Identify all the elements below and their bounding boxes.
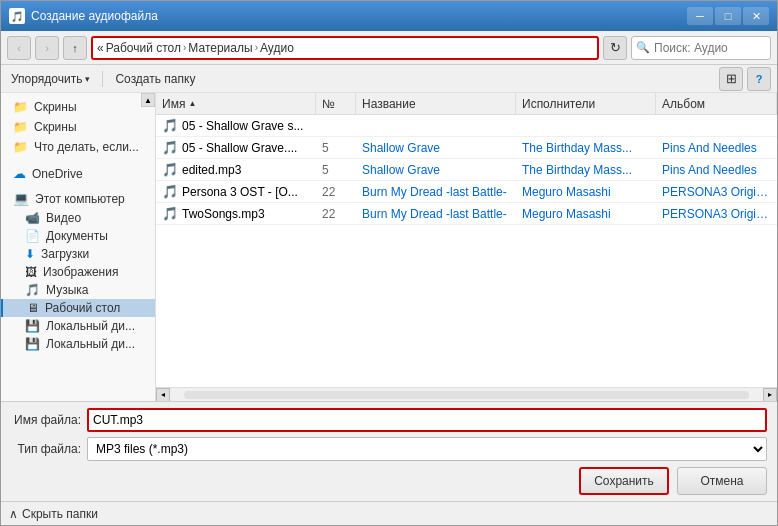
file-title-cell: Burn My Dread -last Battle- — [356, 185, 516, 199]
col-num-header[interactable]: № — [316, 93, 356, 114]
save-button[interactable]: Сохранить — [579, 467, 669, 495]
sidebar-item-local2[interactable]: 💾 Локальный ди... — [1, 335, 155, 353]
sidebar-item-folder2[interactable]: 📁 Скрины — [1, 117, 155, 137]
col-artist-header[interactable]: Исполнители — [516, 93, 656, 114]
sidebar: ▲ 📁 Скрины 📁 Скрины 📁 Что делать, если..… — [1, 93, 156, 401]
col-num-label: № — [322, 97, 335, 111]
dialog-buttons: Сохранить Отмена — [11, 467, 767, 495]
sidebar-item-onedrive[interactable]: ☁ OneDrive — [1, 163, 155, 184]
col-name-header[interactable]: Имя ▲ — [156, 93, 316, 114]
help-button[interactable]: ? — [747, 67, 771, 91]
folder-icon: 📁 — [13, 100, 28, 114]
file-list-header: Имя ▲ № Название Исполнители Альбом — [156, 93, 777, 115]
toolbar-separator — [102, 71, 103, 87]
sidebar-item-folder3[interactable]: 📁 Что делать, если... — [1, 137, 155, 157]
file-rows: 🎵 05 - Shallow Grave s... 🎵 05 - Shallow… — [156, 115, 777, 387]
desktop-icon: 🖥 — [27, 301, 39, 315]
sidebar-item-label: Видео — [46, 211, 81, 225]
scroll-left-button[interactable]: ◂ — [156, 388, 170, 402]
dialog-window: 🎵 Создание аудиофайла ─ □ ✕ ‹ › ↑ « Рабо… — [0, 0, 778, 526]
col-title-header[interactable]: Название — [356, 93, 516, 114]
minimize-button[interactable]: ─ — [687, 7, 713, 25]
chevron-up-icon: ∧ — [9, 507, 18, 521]
file-num-cell: 22 — [316, 185, 356, 199]
breadcrumb-part1: Рабочий стол — [106, 41, 181, 55]
window-title: Создание аудиофайла — [31, 9, 158, 23]
organize-chevron-icon: ▾ — [85, 74, 90, 84]
scroll-right-button[interactable]: ▸ — [763, 388, 777, 402]
file-title-cell: Burn My Dread -last Battle- — [356, 207, 516, 221]
file-artist-cell: The Birthday Mass... — [516, 163, 656, 177]
filetype-label: Тип файла: — [11, 442, 81, 456]
window-controls: ─ □ ✕ — [687, 7, 769, 25]
up-button[interactable]: ↑ — [63, 36, 87, 60]
new-folder-button[interactable]: Создать папку — [111, 70, 199, 88]
table-row[interactable]: 🎵 05 - Shallow Grave s... — [156, 115, 777, 137]
sidebar-item-label: Музыка — [46, 283, 88, 297]
col-name-label: Имя — [162, 97, 185, 111]
sidebar-item-images[interactable]: 🖼 Изображения — [1, 263, 155, 281]
view-button[interactable]: ⊞ — [719, 67, 743, 91]
address-bar[interactable]: « Рабочий стол › Материалы › Аудио — [91, 36, 599, 60]
video-icon: 📹 — [25, 211, 40, 225]
breadcrumb-arrow2: › — [255, 42, 258, 53]
breadcrumb-part3: Аудио — [260, 41, 294, 55]
file-icon: 🎵 — [162, 118, 178, 133]
search-box[interactable]: 🔍 — [631, 36, 771, 60]
refresh-button[interactable]: ↻ — [603, 36, 627, 60]
sidebar-item-label: Локальный ди... — [46, 319, 135, 333]
computer-icon: 💻 — [13, 191, 29, 206]
breadcrumb: « Рабочий стол › Материалы › Аудио — [97, 41, 294, 55]
cancel-button[interactable]: Отмена — [677, 467, 767, 495]
sidebar-item-music[interactable]: 🎵 Музыка — [1, 281, 155, 299]
table-row[interactable]: 🎵 Persona 3 OST - [O... 22 Burn My Dread… — [156, 181, 777, 203]
sidebar-item-desktop[interactable]: 🖥 Рабочий стол — [1, 299, 155, 317]
sidebar-item-local1[interactable]: 💾 Локальный ди... — [1, 317, 155, 335]
horizontal-scrollbar[interactable]: ◂ ▸ — [156, 387, 777, 401]
scroll-track — [184, 391, 749, 399]
file-title-cell: Shallow Grave — [356, 141, 516, 155]
sidebar-item-video[interactable]: 📹 Видео — [1, 209, 155, 227]
downloads-icon: ⬇ — [25, 247, 35, 261]
col-artist-label: Исполнители — [522, 97, 595, 111]
filename-row: Имя файла: — [11, 408, 767, 432]
file-title-cell: Shallow Grave — [356, 163, 516, 177]
sidebar-item-label: Локальный ди... — [46, 337, 135, 351]
sidebar-item-docs[interactable]: 📄 Документы — [1, 227, 155, 245]
new-folder-label: Создать папку — [115, 72, 195, 86]
sidebar-item-downloads[interactable]: ⬇ Загрузки — [1, 245, 155, 263]
table-row[interactable]: 🎵 05 - Shallow Grave.... 5 Shallow Grave… — [156, 137, 777, 159]
filetype-select[interactable]: MP3 files (*.mp3) — [87, 437, 767, 461]
close-button[interactable]: ✕ — [743, 7, 769, 25]
forward-button[interactable]: › — [35, 36, 59, 60]
search-input[interactable] — [654, 41, 766, 55]
file-list-container: Имя ▲ № Название Исполнители Альбом — [156, 93, 777, 401]
filename-input[interactable] — [87, 408, 767, 432]
folder-icon: 📁 — [13, 140, 28, 154]
sidebar-scroll-up[interactable]: ▲ — [141, 93, 155, 107]
music-icon: 🎵 — [25, 283, 40, 297]
sidebar-item-folder1[interactable]: 📁 Скрины — [1, 97, 155, 117]
file-album-cell: Pins And Needles — [656, 163, 777, 177]
file-name-cell: 🎵 05 - Shallow Grave.... — [156, 140, 316, 155]
action-toolbar: Упорядочить ▾ Создать папку ⊞ ? — [1, 65, 777, 93]
breadcrumb-part2: Материалы — [188, 41, 252, 55]
sidebar-item-label: Что делать, если... — [34, 140, 139, 154]
docs-icon: 📄 — [25, 229, 40, 243]
file-artist-cell: Meguro Masashi — [516, 207, 656, 221]
col-album-header[interactable]: Альбом — [656, 93, 777, 114]
file-album-cell: Pins And Needles — [656, 141, 777, 155]
maximize-button[interactable]: □ — [715, 7, 741, 25]
file-num-cell: 5 — [316, 141, 356, 155]
file-name-cell: 🎵 edited.mp3 — [156, 162, 316, 177]
hide-folders-button[interactable]: ∧ Скрыть папки — [9, 507, 98, 521]
search-icon: 🔍 — [636, 41, 650, 54]
breadcrumb-arrow1: › — [183, 42, 186, 53]
organize-button[interactable]: Упорядочить ▾ — [7, 70, 94, 88]
toolbar-right: ⊞ ? — [719, 67, 771, 91]
back-button[interactable]: ‹ — [7, 36, 31, 60]
table-row[interactable]: 🎵 TwoSongs.mp3 22 Burn My Dread -last Ba… — [156, 203, 777, 225]
table-row[interactable]: 🎵 edited.mp3 5 Shallow Grave The Birthda… — [156, 159, 777, 181]
sidebar-item-computer[interactable]: 💻 Этот компьютер — [1, 188, 155, 209]
images-icon: 🖼 — [25, 265, 37, 279]
